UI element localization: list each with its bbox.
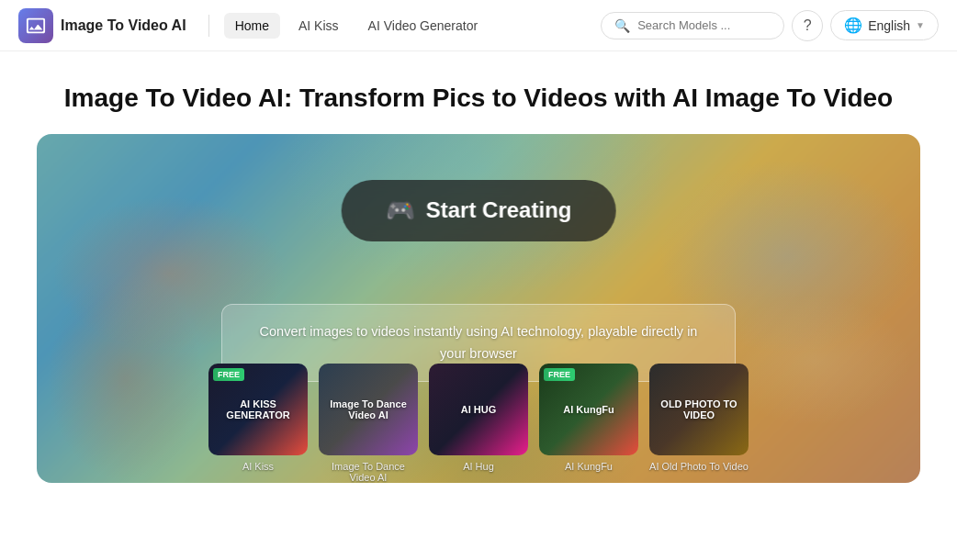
search-input[interactable] (637, 18, 771, 32)
thumbnail-hug[interactable]: AI HUGAI Hug (429, 364, 528, 483)
thumb-inner-hug: AI HUG (429, 364, 528, 455)
main-content: Image To Video AI: Transform Pics to Vid… (0, 51, 957, 560)
hero-section: 🎮 Start Creating Convert images to video… (37, 134, 920, 483)
start-btn-label: Start Creating (426, 197, 572, 223)
thumb-card-hug: AI HUG (429, 364, 528, 455)
language-button[interactable]: 🌐 English ▼ (830, 10, 939, 40)
nav-kiss[interactable]: AI Kiss (287, 13, 350, 39)
header: Image To Video AI Home AI Kiss AI Video … (0, 0, 957, 51)
thumbnail-kiss[interactable]: FREEAI KISS GENERATORAI Kiss (208, 364, 308, 483)
thumb-inner-oldphoto: OLD PHOTO TO VIDEO (649, 364, 749, 455)
convert-description-text: Convert images to videos instantly using… (252, 321, 705, 364)
thumb-card-dance: Image To Dance Video AI (319, 364, 418, 455)
thumb-label-oldphoto: AI Old Photo To Video (649, 461, 749, 472)
thumb-badge-kungfu: FREE (544, 368, 575, 381)
thumbnail-oldphoto[interactable]: OLD PHOTO TO VIDEOAI Old Photo To Video (649, 364, 749, 483)
chevron-down-icon: ▼ (916, 20, 925, 30)
logo-icon (18, 8, 53, 43)
thumb-label-kiss: AI Kiss (242, 461, 274, 472)
logo-svg (26, 16, 46, 36)
lang-label: English (868, 18, 910, 33)
thumb-badge-kiss: FREE (213, 368, 244, 381)
thumbnails-row: FREEAI KISS GENERATORAI KissImage To Dan… (37, 364, 920, 483)
search-icon: 🔍 (614, 18, 630, 33)
logo-area[interactable]: Image To Video AI (18, 8, 186, 43)
thumbnail-kungfu[interactable]: FREEAI KungFuAI KungFu (539, 364, 638, 483)
page-title-text: Image To Video AI: Transform Pics to Vid… (64, 84, 893, 112)
page-title: Image To Video AI: Transform Pics to Vid… (0, 51, 957, 134)
thumb-inner-dance: Image To Dance Video AI (319, 364, 418, 455)
start-creating-button[interactable]: 🎮 Start Creating (342, 180, 616, 241)
help-button[interactable]: ? (792, 10, 823, 41)
logo-text: Image To Video AI (61, 17, 186, 34)
gamepad-icon: 🎮 (386, 196, 415, 225)
nav-video-gen[interactable]: AI Video Generator (357, 13, 490, 39)
globe-icon: 🌐 (844, 17, 862, 34)
search-bar[interactable]: 🔍 (601, 12, 784, 39)
thumb-card-oldphoto: OLD PHOTO TO VIDEO (649, 364, 749, 455)
nav-divider (208, 15, 209, 37)
thumb-card-kiss: FREEAI KISS GENERATOR (208, 364, 308, 455)
thumb-label-kungfu: AI KungFu (565, 461, 613, 472)
nav-home[interactable]: Home (224, 13, 280, 39)
thumbnail-dance[interactable]: Image To Dance Video AIImage To Dance Vi… (319, 364, 418, 483)
thumb-label-dance: Image To Dance Video AI (319, 461, 418, 483)
start-button-wrapper: 🎮 Start Creating (342, 180, 616, 241)
thumb-card-kungfu: FREEAI KungFu (539, 364, 638, 455)
thumb-label-hug: AI Hug (463, 461, 494, 472)
